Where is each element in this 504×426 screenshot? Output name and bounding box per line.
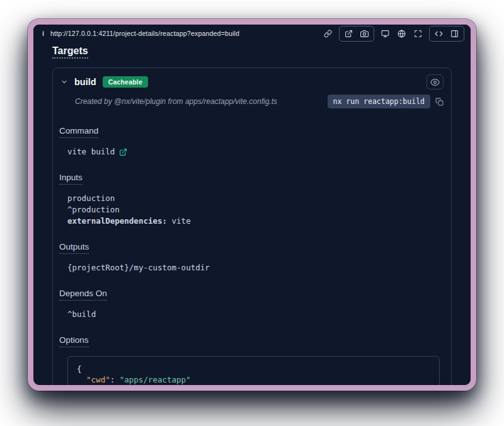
camera-icon[interactable] — [359, 28, 370, 39]
inputs-label: Inputs — [59, 173, 83, 185]
targets-heading: Targets — [52, 46, 88, 59]
build-card-header[interactable]: build Cacheable — [53, 68, 451, 92]
command-value: vite build — [67, 146, 115, 158]
outputs-label: Outputs — [59, 242, 89, 254]
options-label: Options — [59, 335, 89, 347]
command-label: Command — [59, 126, 98, 138]
options-section: Options { "cwd": "apps/reactapp" } — [59, 334, 441, 385]
monitor-icon[interactable] — [380, 28, 391, 39]
code-key: "cwd" — [86, 375, 110, 384]
code-icon[interactable] — [433, 28, 444, 39]
cacheable-badge: Cacheable — [103, 76, 148, 88]
target-name: build — [74, 77, 96, 87]
titlebar-actions — [323, 26, 464, 42]
sidebar-layout-icon[interactable] — [449, 28, 460, 39]
toolbar-group-dev — [429, 26, 464, 42]
info-icon[interactable]: i — [42, 30, 44, 37]
created-by-text: Created by @nx/vite/plugin from apps/rea… — [75, 97, 277, 106]
output-item: {projectRoot}/my-custom-outdir — [67, 262, 441, 273]
app-window: i http://127.0.0.1:4211/project-details/… — [28, 19, 476, 391]
target-card-build: build Cacheable Created by @nx/vite/plug… — [52, 67, 452, 385]
view-graph-button[interactable] — [427, 74, 444, 89]
chevron-down-icon[interactable] — [60, 78, 68, 86]
code-line: { — [77, 364, 430, 374]
external-link-icon[interactable] — [119, 148, 127, 156]
run-command-chip: nx run reactapp:build — [328, 95, 430, 108]
input-item: ^production — [67, 204, 441, 216]
inputs-section: Inputs production ^production externalDe… — [59, 171, 441, 227]
options-code-block: { "cwd": "apps/reactapp" } — [67, 356, 440, 385]
maximize-icon[interactable] — [413, 28, 423, 39]
titlebar: i http://127.0.0.1:4211/project-details/… — [33, 25, 471, 42]
globe-icon[interactable] — [396, 28, 407, 39]
external-deps-key: externalDependencies: — [67, 216, 167, 226]
depends-on-item: ^build — [67, 309, 441, 320]
build-card-subheader: Created by @nx/vite/plugin from apps/rea… — [53, 92, 451, 116]
run-command-wrap: nx run reactapp:build — [328, 95, 444, 108]
depends-on-label: Depends On — [59, 289, 107, 301]
external-deps-value: vite — [167, 216, 191, 226]
input-item-external-deps: externalDependencies: vite — [67, 216, 441, 227]
code-value: "apps/reactapp" — [120, 375, 191, 384]
copy-icon[interactable] — [435, 98, 444, 106]
outputs-section: Outputs {projectRoot}/my-custom-outdir — [59, 241, 441, 273]
link-icon[interactable] — [323, 28, 333, 39]
command-section: Command vite build — [59, 125, 441, 158]
code-line: "cwd": "apps/reactapp" — [77, 374, 430, 385]
project-details-content: Targets build Cacheable Created by @nx/v… — [33, 42, 471, 385]
export-icon[interactable] — [343, 28, 354, 39]
toolbar-group-capture — [339, 26, 374, 42]
eye-icon — [430, 78, 440, 87]
input-item: production — [67, 193, 441, 204]
build-card-body: Command vite build Inputs production ^pr… — [53, 116, 451, 385]
depends-on-section: Depends On ^build — [59, 287, 441, 320]
url-text: http://127.0.0.1:4211/project-details/re… — [50, 30, 239, 37]
